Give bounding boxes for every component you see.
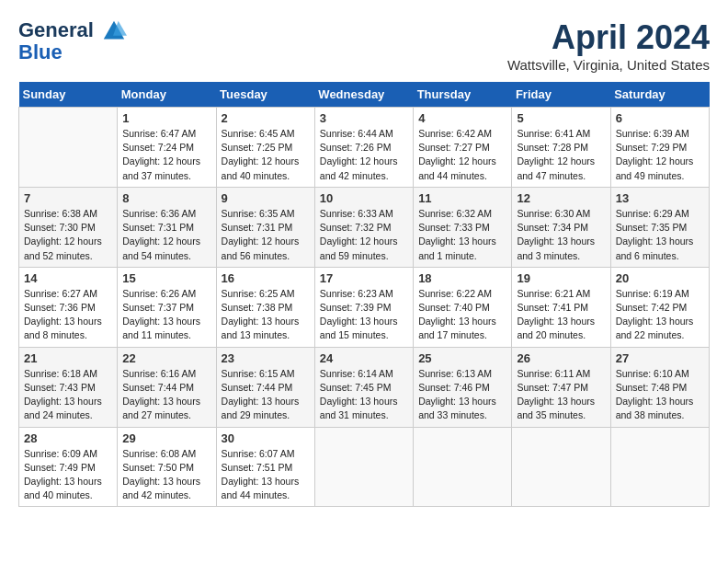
day-number: 24 xyxy=(320,351,408,365)
weekday-header-monday: Monday xyxy=(118,82,216,108)
calendar-cell: 9Sunrise: 6:35 AM Sunset: 7:31 PM Daylig… xyxy=(216,187,314,267)
calendar-cell: 23Sunrise: 6:15 AM Sunset: 7:44 PM Dayli… xyxy=(216,347,314,427)
calendar-cell: 20Sunrise: 6:19 AM Sunset: 7:42 PM Dayli… xyxy=(610,267,709,347)
weekday-header-wednesday: Wednesday xyxy=(314,82,413,108)
weekday-header-friday: Friday xyxy=(512,82,610,108)
day-info: Sunrise: 6:35 AM Sunset: 7:31 PM Dayligh… xyxy=(222,207,310,263)
day-number: 8 xyxy=(122,191,210,205)
day-number: 22 xyxy=(122,351,210,365)
day-number: 15 xyxy=(122,271,210,285)
day-info: Sunrise: 6:39 AM Sunset: 7:29 PM Dayligh… xyxy=(616,127,704,183)
day-info: Sunrise: 6:36 AM Sunset: 7:31 PM Dayligh… xyxy=(122,207,210,263)
calendar-cell: 7Sunrise: 6:38 AM Sunset: 7:30 PM Daylig… xyxy=(19,187,118,267)
day-number: 17 xyxy=(320,271,408,285)
calendar-cell: 12Sunrise: 6:30 AM Sunset: 7:34 PM Dayli… xyxy=(512,187,610,267)
day-number: 5 xyxy=(517,111,605,125)
calendar-cell: 3Sunrise: 6:44 AM Sunset: 7:26 PM Daylig… xyxy=(314,108,413,188)
day-info: Sunrise: 6:33 AM Sunset: 7:32 PM Dayligh… xyxy=(320,207,408,263)
day-number: 6 xyxy=(616,111,704,125)
title-area: April 2024 Wattsville, Virginia, United … xyxy=(507,18,710,73)
day-info: Sunrise: 6:26 AM Sunset: 7:37 PM Dayligh… xyxy=(122,287,210,343)
calendar-cell: 24Sunrise: 6:14 AM Sunset: 7:45 PM Dayli… xyxy=(314,347,413,427)
day-number: 1 xyxy=(122,111,210,125)
calendar-cell: 26Sunrise: 6:11 AM Sunset: 7:47 PM Dayli… xyxy=(512,347,610,427)
weekday-header-thursday: Thursday xyxy=(414,82,512,108)
calendar-week-3: 14Sunrise: 6:27 AM Sunset: 7:36 PM Dayli… xyxy=(19,267,710,347)
day-info: Sunrise: 6:14 AM Sunset: 7:45 PM Dayligh… xyxy=(320,367,408,423)
day-info: Sunrise: 6:19 AM Sunset: 7:42 PM Dayligh… xyxy=(616,287,704,343)
day-info: Sunrise: 6:21 AM Sunset: 7:41 PM Dayligh… xyxy=(517,287,605,343)
calendar-cell: 19Sunrise: 6:21 AM Sunset: 7:41 PM Dayli… xyxy=(512,267,610,347)
day-number: 30 xyxy=(222,431,310,445)
calendar-cell: 4Sunrise: 6:42 AM Sunset: 7:27 PM Daylig… xyxy=(414,108,512,188)
day-info: Sunrise: 6:13 AM Sunset: 7:46 PM Dayligh… xyxy=(418,367,506,423)
calendar-cell: 30Sunrise: 6:07 AM Sunset: 7:51 PM Dayli… xyxy=(216,427,314,507)
calendar-cell xyxy=(314,427,413,507)
day-info: Sunrise: 6:08 AM Sunset: 7:50 PM Dayligh… xyxy=(122,447,210,503)
calendar-cell: 6Sunrise: 6:39 AM Sunset: 7:29 PM Daylig… xyxy=(610,108,709,188)
day-info: Sunrise: 6:47 AM Sunset: 7:24 PM Dayligh… xyxy=(122,127,210,183)
calendar-week-4: 21Sunrise: 6:18 AM Sunset: 7:43 PM Dayli… xyxy=(19,347,710,427)
day-info: Sunrise: 6:41 AM Sunset: 7:28 PM Dayligh… xyxy=(517,127,605,183)
day-number: 19 xyxy=(517,271,605,285)
day-number: 2 xyxy=(222,111,310,125)
calendar-week-1: 1Sunrise: 6:47 AM Sunset: 7:24 PM Daylig… xyxy=(19,108,710,188)
calendar-cell: 14Sunrise: 6:27 AM Sunset: 7:36 PM Dayli… xyxy=(19,267,118,347)
calendar-cell: 8Sunrise: 6:36 AM Sunset: 7:31 PM Daylig… xyxy=(118,187,216,267)
day-info: Sunrise: 6:07 AM Sunset: 7:51 PM Dayligh… xyxy=(222,447,310,503)
day-number: 14 xyxy=(24,271,112,285)
day-number: 11 xyxy=(418,191,506,205)
day-info: Sunrise: 6:42 AM Sunset: 7:27 PM Dayligh… xyxy=(418,127,506,183)
day-info: Sunrise: 6:29 AM Sunset: 7:35 PM Dayligh… xyxy=(616,207,704,263)
calendar-cell: 28Sunrise: 6:09 AM Sunset: 7:49 PM Dayli… xyxy=(19,427,118,507)
day-info: Sunrise: 6:23 AM Sunset: 7:39 PM Dayligh… xyxy=(320,287,408,343)
day-number: 23 xyxy=(222,351,310,365)
calendar-cell: 10Sunrise: 6:33 AM Sunset: 7:32 PM Dayli… xyxy=(314,187,413,267)
day-info: Sunrise: 6:30 AM Sunset: 7:34 PM Dayligh… xyxy=(517,207,605,263)
day-info: Sunrise: 6:22 AM Sunset: 7:40 PM Dayligh… xyxy=(418,287,506,343)
logo: General Blue xyxy=(18,18,127,64)
calendar-cell: 27Sunrise: 6:10 AM Sunset: 7:48 PM Dayli… xyxy=(610,347,709,427)
calendar-cell: 13Sunrise: 6:29 AM Sunset: 7:35 PM Dayli… xyxy=(610,187,709,267)
calendar-cell xyxy=(19,108,118,188)
location: Wattsville, Virginia, United States xyxy=(507,57,710,73)
calendar-cell xyxy=(610,427,709,507)
day-number: 3 xyxy=(320,111,408,125)
day-number: 13 xyxy=(616,191,704,205)
day-number: 18 xyxy=(418,271,506,285)
day-info: Sunrise: 6:32 AM Sunset: 7:33 PM Dayligh… xyxy=(418,207,506,263)
day-number: 29 xyxy=(122,431,210,445)
calendar-cell: 2Sunrise: 6:45 AM Sunset: 7:25 PM Daylig… xyxy=(216,108,314,188)
day-number: 26 xyxy=(517,351,605,365)
day-number: 25 xyxy=(418,351,506,365)
calendar-week-5: 28Sunrise: 6:09 AM Sunset: 7:49 PM Dayli… xyxy=(19,427,710,507)
weekday-header-row: SundayMondayTuesdayWednesdayThursdayFrid… xyxy=(19,82,710,108)
calendar-cell: 18Sunrise: 6:22 AM Sunset: 7:40 PM Dayli… xyxy=(414,267,512,347)
day-number: 20 xyxy=(616,271,704,285)
calendar-cell xyxy=(512,427,610,507)
weekday-header-tuesday: Tuesday xyxy=(216,82,314,108)
day-info: Sunrise: 6:25 AM Sunset: 7:38 PM Dayligh… xyxy=(222,287,310,343)
calendar-cell: 16Sunrise: 6:25 AM Sunset: 7:38 PM Dayli… xyxy=(216,267,314,347)
day-number: 4 xyxy=(418,111,506,125)
day-number: 21 xyxy=(24,351,112,365)
day-info: Sunrise: 6:09 AM Sunset: 7:49 PM Dayligh… xyxy=(24,447,112,503)
calendar-cell: 11Sunrise: 6:32 AM Sunset: 7:33 PM Dayli… xyxy=(414,187,512,267)
calendar-cell: 21Sunrise: 6:18 AM Sunset: 7:43 PM Dayli… xyxy=(19,347,118,427)
day-number: 28 xyxy=(24,431,112,445)
day-info: Sunrise: 6:27 AM Sunset: 7:36 PM Dayligh… xyxy=(24,287,112,343)
calendar-cell xyxy=(414,427,512,507)
day-number: 12 xyxy=(517,191,605,205)
day-info: Sunrise: 6:44 AM Sunset: 7:26 PM Dayligh… xyxy=(320,127,408,183)
weekday-header-saturday: Saturday xyxy=(610,82,709,108)
calendar-cell: 17Sunrise: 6:23 AM Sunset: 7:39 PM Dayli… xyxy=(314,267,413,347)
day-number: 9 xyxy=(222,191,310,205)
day-info: Sunrise: 6:18 AM Sunset: 7:43 PM Dayligh… xyxy=(24,367,112,423)
calendar-cell: 1Sunrise: 6:47 AM Sunset: 7:24 PM Daylig… xyxy=(118,108,216,188)
page-header: General Blue April 2024 Wattsville, Virg… xyxy=(18,18,710,73)
day-number: 7 xyxy=(24,191,112,205)
day-info: Sunrise: 6:11 AM Sunset: 7:47 PM Dayligh… xyxy=(517,367,605,423)
day-info: Sunrise: 6:10 AM Sunset: 7:48 PM Dayligh… xyxy=(616,367,704,423)
calendar-table: SundayMondayTuesdayWednesdayThursdayFrid… xyxy=(18,82,710,507)
day-info: Sunrise: 6:38 AM Sunset: 7:30 PM Dayligh… xyxy=(24,207,112,263)
